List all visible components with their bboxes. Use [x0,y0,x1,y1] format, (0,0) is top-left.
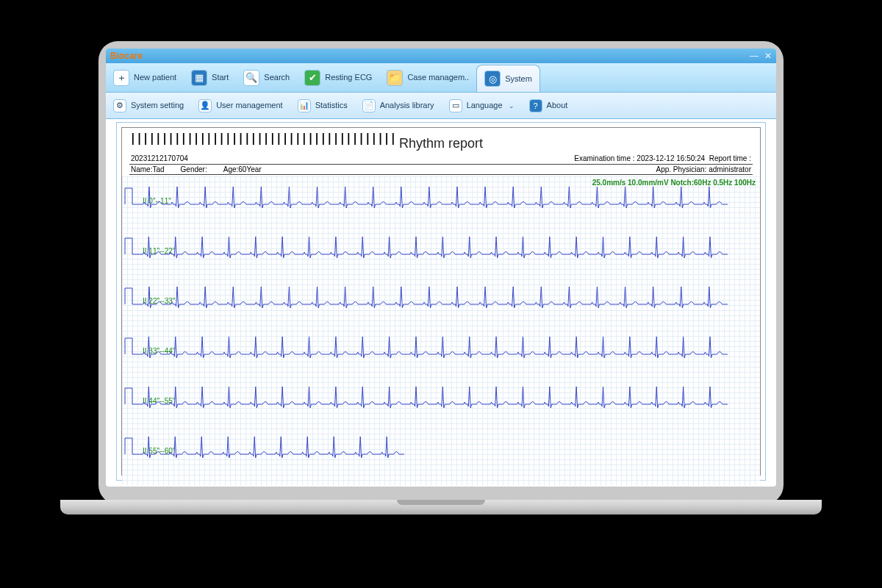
case-id: 20231212170704 [131,154,188,162]
ecg-trace [122,279,732,329]
window-controls: — ✕ [750,51,772,61]
exam-time: Examination time : 2023-12-12 16:50:24 R… [574,154,751,162]
new-patient-icon: ＋ [113,70,129,86]
folder-icon: 📁 [387,70,403,86]
meta-row-2: Name:Tad Gender: Age:60Year App. Physici… [129,164,753,175]
brand-logo: Biocare [110,51,143,61]
ecg-trace [122,379,732,429]
search-label: Search [264,74,290,82]
search-icon: 🔍 [243,70,259,86]
start-button[interactable]: ▦ Start [184,63,236,92]
ecg-trace [122,329,732,379]
language-icon: ▭ [449,99,462,112]
about-label: About [547,101,568,110]
meta-row-1: 20231212170704 Examination time : 2023-1… [129,154,753,164]
resting-ecg-button[interactable]: ✔ Resting ECG [297,63,379,92]
app-window: Biocare — ✕ ＋ New patient ▦ Start 🔍 [106,49,776,487]
start-label: Start [212,74,229,82]
laptop-bezel: Biocare — ✕ ＋ New patient ▦ Start 🔍 [106,49,776,487]
ecg-strip: II 11"--22" [122,229,760,281]
start-icon: ▦ [191,70,207,86]
user-management-button[interactable]: 👤 User management [191,93,290,118]
minimize-button[interactable]: — [750,51,759,61]
statistics-label: Statistics [315,101,348,110]
ecg-strip: II 33"--44" [122,329,760,381]
info-icon: ? [529,99,542,112]
ecg-strip: II 44"--55" [122,379,760,431]
system-tab[interactable]: ◎ System [476,65,540,92]
ecg-trace [122,429,732,479]
report-area: ||||||||||||||||||||||||||||||||||||||||… [116,122,766,481]
library-icon: 📄 [362,99,376,112]
user-icon: 👤 [198,99,212,112]
system-icon: ◎ [484,71,501,87]
patient-age: Age:60Year [223,165,262,173]
patient-name: Name:Tad [131,165,165,173]
barchart-icon: 📊 [298,99,311,112]
report-page: ||||||||||||||||||||||||||||||||||||||||… [121,127,761,476]
toolbar-secondary: ⚙ System setting 👤 User management 📊 Sta… [106,93,776,119]
titlebar: Biocare — ✕ [106,49,776,63]
language-label: Language [467,101,503,110]
ecg-strip: II 55"--60" [122,429,760,481]
language-dropdown[interactable]: ▭ Language ⌄ [442,93,522,118]
patient-gender: Gender: [181,165,207,173]
new-patient-button[interactable]: ＋ New patient [106,63,184,92]
chevron-down-icon: ⌄ [509,102,514,110]
case-management-button[interactable]: 📁 Case managem.. [379,63,476,92]
case-management-label: Case managem.. [407,74,469,82]
gear-icon: ⚙ [113,99,126,112]
statistics-button[interactable]: 📊 Statistics [290,93,355,118]
ecg-grid: 25.0mm/s 10.0mm/mV Notch:60Hz 0.5Hz 100H… [122,176,760,485]
resting-ecg-icon: ✔ [304,70,320,86]
system-setting-button[interactable]: ⚙ System setting [106,93,191,118]
system-label: System [505,75,532,83]
search-button[interactable]: 🔍 Search [236,63,297,92]
analysis-library-label: Analysis library [380,101,434,110]
physician: App. Physician: administrator [656,165,751,173]
ecg-trace [122,229,732,279]
laptop-frame: Biocare — ✕ ＋ New patient ▦ Start 🔍 [98,41,784,504]
analysis-library-button[interactable]: 📄 Analysis library [355,93,442,118]
resting-ecg-label: Resting ECG [325,74,372,82]
laptop-base [60,500,822,514]
ecg-strip: II 22"--33" [122,279,760,331]
user-management-label: User management [216,101,283,110]
system-setting-label: System setting [131,101,184,110]
ecg-strip: II 0"--11" [122,179,760,231]
report-header: ||||||||||||||||||||||||||||||||||||||||… [122,128,760,176]
ecg-trace [122,179,732,229]
new-patient-label: New patient [134,74,176,82]
toolbar-main: ＋ New patient ▦ Start 🔍 Search ✔ Resting… [106,63,776,93]
about-button[interactable]: ? About [522,93,576,118]
close-button[interactable]: ✕ [764,51,772,61]
